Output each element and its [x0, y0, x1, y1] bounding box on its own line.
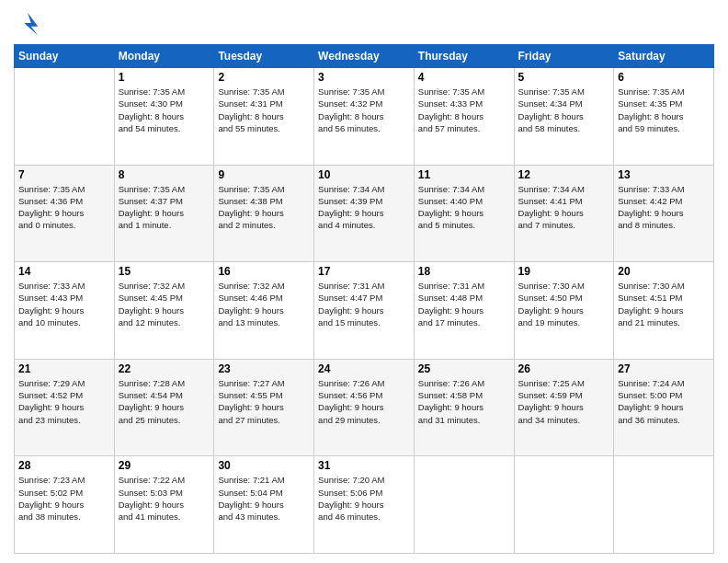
calendar-cell: 26Sunrise: 7:25 AMSunset: 4:59 PMDayligh…: [514, 359, 614, 456]
day-info: Sunrise: 7:35 AMSunset: 4:34 PMDaylight:…: [518, 86, 610, 134]
calendar-cell: 19Sunrise: 7:30 AMSunset: 4:50 PMDayligh…: [514, 262, 614, 360]
svg-marker-0: [24, 13, 38, 36]
calendar-week-row: 7Sunrise: 7:35 AMSunset: 4:36 PMDaylight…: [15, 165, 714, 262]
calendar-cell: [514, 456, 614, 554]
day-number: 4: [418, 71, 510, 84]
day-number: 2: [218, 71, 310, 84]
day-info: Sunrise: 7:34 AMSunset: 4:39 PMDaylight:…: [318, 183, 410, 232]
day-number: 16: [218, 265, 310, 278]
day-info: Sunrise: 7:34 AMSunset: 4:40 PMDaylight:…: [418, 183, 510, 232]
day-header-tuesday: Tuesday: [214, 45, 314, 68]
day-info: Sunrise: 7:35 AMSunset: 4:30 PMDaylight:…: [119, 86, 210, 134]
day-number: 3: [318, 71, 410, 84]
day-number: 9: [218, 168, 310, 181]
calendar-cell: 18Sunrise: 7:31 AMSunset: 4:48 PMDayligh…: [414, 262, 514, 360]
day-info: Sunrise: 7:35 AMSunset: 4:37 PMDaylight:…: [119, 183, 210, 232]
day-info: Sunrise: 7:30 AMSunset: 4:50 PMDaylight:…: [518, 280, 610, 328]
day-info: Sunrise: 7:22 AMSunset: 5:03 PMDaylight:…: [119, 474, 210, 523]
day-number: 20: [618, 265, 710, 278]
day-header-wednesday: Wednesday: [314, 45, 415, 68]
calendar-cell: 28Sunrise: 7:23 AMSunset: 5:02 PMDayligh…: [15, 456, 115, 554]
day-info: Sunrise: 7:27 AMSunset: 4:55 PMDaylight:…: [218, 377, 310, 426]
day-info: Sunrise: 7:20 AMSunset: 5:06 PMDaylight:…: [318, 474, 410, 523]
day-number: 11: [418, 168, 510, 181]
calendar-cell: 12Sunrise: 7:34 AMSunset: 4:41 PMDayligh…: [514, 165, 614, 262]
calendar-cell: 11Sunrise: 7:34 AMSunset: 4:40 PMDayligh…: [414, 165, 514, 262]
day-number: 31: [318, 459, 410, 472]
calendar-cell: 27Sunrise: 7:24 AMSunset: 5:00 PMDayligh…: [614, 359, 714, 456]
day-info: Sunrise: 7:21 AMSunset: 5:04 PMDaylight:…: [218, 474, 310, 523]
calendar-cell: 3Sunrise: 7:35 AMSunset: 4:32 PMDaylight…: [314, 68, 415, 166]
day-number: 8: [119, 168, 210, 181]
day-info: Sunrise: 7:23 AMSunset: 5:02 PMDaylight:…: [18, 474, 110, 523]
calendar-cell: 1Sunrise: 7:35 AMSunset: 4:30 PMDaylight…: [114, 68, 214, 166]
day-number: 18: [418, 265, 510, 278]
day-number: 1: [119, 71, 210, 84]
day-header-friday: Friday: [514, 45, 614, 68]
day-number: 10: [318, 168, 410, 181]
day-header-sunday: Sunday: [15, 45, 115, 68]
calendar-cell: 2Sunrise: 7:35 AMSunset: 4:31 PMDaylight…: [214, 68, 314, 166]
day-info: Sunrise: 7:24 AMSunset: 5:00 PMDaylight:…: [618, 377, 710, 426]
day-number: 17: [318, 265, 410, 278]
day-header-monday: Monday: [114, 45, 214, 68]
calendar-cell: 13Sunrise: 7:33 AMSunset: 4:42 PMDayligh…: [614, 165, 714, 262]
calendar-cell: 16Sunrise: 7:32 AMSunset: 4:46 PMDayligh…: [214, 262, 314, 360]
day-info: Sunrise: 7:25 AMSunset: 4:59 PMDaylight:…: [518, 377, 610, 426]
day-number: 6: [618, 71, 710, 84]
calendar-cell: 23Sunrise: 7:27 AMSunset: 4:55 PMDayligh…: [214, 359, 314, 456]
calendar-cell: 9Sunrise: 7:35 AMSunset: 4:38 PMDaylight…: [214, 165, 314, 262]
day-number: 14: [18, 265, 110, 278]
calendar-cell: 4Sunrise: 7:35 AMSunset: 4:33 PMDaylight…: [414, 68, 514, 166]
day-info: Sunrise: 7:34 AMSunset: 4:41 PMDaylight:…: [518, 183, 610, 232]
day-header-thursday: Thursday: [414, 45, 514, 68]
day-info: Sunrise: 7:35 AMSunset: 4:35 PMDaylight:…: [618, 86, 710, 134]
page: SundayMondayTuesdayWednesdayThursdayFrid…: [0, 0, 728, 563]
calendar-cell: 24Sunrise: 7:26 AMSunset: 4:56 PMDayligh…: [314, 359, 415, 456]
day-number: 7: [18, 168, 110, 181]
day-number: 28: [18, 459, 110, 472]
day-number: 15: [119, 265, 210, 278]
calendar-cell: 14Sunrise: 7:33 AMSunset: 4:43 PMDayligh…: [15, 262, 115, 360]
day-info: Sunrise: 7:35 AMSunset: 4:32 PMDaylight:…: [318, 86, 410, 134]
calendar-cell: 31Sunrise: 7:20 AMSunset: 5:06 PMDayligh…: [314, 456, 415, 554]
day-info: Sunrise: 7:33 AMSunset: 4:43 PMDaylight:…: [18, 280, 110, 328]
day-info: Sunrise: 7:32 AMSunset: 4:46 PMDaylight:…: [218, 280, 310, 328]
logo: [14, 9, 45, 37]
calendar-cell: 5Sunrise: 7:35 AMSunset: 4:34 PMDaylight…: [514, 68, 614, 166]
day-info: Sunrise: 7:31 AMSunset: 4:48 PMDaylight:…: [418, 280, 510, 328]
day-number: 22: [119, 362, 210, 375]
calendar-cell: 7Sunrise: 7:35 AMSunset: 4:36 PMDaylight…: [15, 165, 115, 262]
calendar-cell: 25Sunrise: 7:26 AMSunset: 4:58 PMDayligh…: [414, 359, 514, 456]
day-info: Sunrise: 7:30 AMSunset: 4:51 PMDaylight:…: [618, 280, 710, 328]
logo-icon: [14, 9, 41, 37]
calendar-cell: 10Sunrise: 7:34 AMSunset: 4:39 PMDayligh…: [314, 165, 415, 262]
day-number: 25: [418, 362, 510, 375]
day-number: 24: [318, 362, 410, 375]
day-header-saturday: Saturday: [614, 45, 714, 68]
day-info: Sunrise: 7:35 AMSunset: 4:38 PMDaylight:…: [218, 183, 310, 232]
day-number: 30: [218, 459, 310, 472]
header: [14, 9, 714, 37]
calendar-cell: 30Sunrise: 7:21 AMSunset: 5:04 PMDayligh…: [214, 456, 314, 554]
calendar-cell: 21Sunrise: 7:29 AMSunset: 4:52 PMDayligh…: [15, 359, 115, 456]
calendar-cell: 8Sunrise: 7:35 AMSunset: 4:37 PMDaylight…: [114, 165, 214, 262]
calendar-week-row: 14Sunrise: 7:33 AMSunset: 4:43 PMDayligh…: [15, 262, 714, 360]
calendar-cell: 17Sunrise: 7:31 AMSunset: 4:47 PMDayligh…: [314, 262, 415, 360]
day-info: Sunrise: 7:33 AMSunset: 4:42 PMDaylight:…: [618, 183, 710, 232]
calendar-cell: [614, 456, 714, 554]
day-number: 23: [218, 362, 310, 375]
calendar-cell: [414, 456, 514, 554]
day-number: 29: [119, 459, 210, 472]
day-info: Sunrise: 7:26 AMSunset: 4:58 PMDaylight:…: [418, 377, 510, 426]
day-info: Sunrise: 7:32 AMSunset: 4:45 PMDaylight:…: [119, 280, 210, 328]
day-info: Sunrise: 7:35 AMSunset: 4:31 PMDaylight:…: [218, 86, 310, 134]
calendar-week-row: 28Sunrise: 7:23 AMSunset: 5:02 PMDayligh…: [15, 456, 714, 554]
day-number: 5: [518, 71, 610, 84]
day-info: Sunrise: 7:35 AMSunset: 4:33 PMDaylight:…: [418, 86, 510, 134]
day-number: 12: [518, 168, 610, 181]
day-number: 27: [618, 362, 710, 375]
day-info: Sunrise: 7:29 AMSunset: 4:52 PMDaylight:…: [18, 377, 110, 426]
calendar-cell: [15, 68, 115, 166]
calendar-cell: 29Sunrise: 7:22 AMSunset: 5:03 PMDayligh…: [114, 456, 214, 554]
